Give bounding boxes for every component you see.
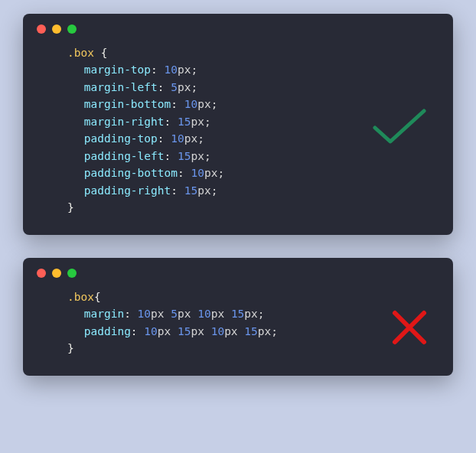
code-line-declaration: padding-top: 10px;: [67, 130, 422, 147]
css-unit: px: [204, 167, 217, 179]
css-number: 15: [184, 184, 197, 197]
css-property: padding-bottom: [84, 167, 178, 179]
css-unit: px: [158, 325, 171, 337]
open-brace: {: [94, 291, 101, 303]
code-line-declaration: margin-top: 10px;: [67, 61, 422, 78]
css-number: 15: [244, 325, 257, 337]
css-unit: px: [197, 184, 210, 197]
window-dot-close: [37, 24, 46, 34]
css-number: 15: [178, 150, 191, 162]
code-line-declaration: margin: 10px 5px 10px 15px;: [67, 305, 422, 322]
css-selector: .box: [67, 291, 94, 303]
window-dot-close: [37, 269, 46, 278]
css-unit: px: [191, 150, 204, 162]
css-property: padding: [84, 325, 131, 337]
css-unit: px: [197, 98, 210, 110]
window-dot-maximize: [67, 269, 77, 278]
close-brace: }: [67, 201, 74, 213]
code-body: .box{margin: 10px 5px 10px 15px;padding:…: [23, 282, 453, 362]
css-property: padding-right: [84, 184, 171, 197]
css-selector: .box: [67, 47, 94, 59]
cross-icon: [390, 308, 429, 347]
css-property: margin-right: [84, 116, 165, 128]
css-number: 10: [184, 98, 197, 110]
code-body: .box {margin-top: 10px;margin-left: 5px;…: [23, 38, 453, 221]
open-brace: {: [101, 47, 108, 59]
css-unit: px: [184, 132, 197, 145]
window-titlebar: [23, 14, 453, 38]
css-unit: px: [191, 325, 204, 337]
window-titlebar: [23, 258, 453, 282]
css-unit: px: [151, 308, 164, 320]
code-line-declaration: padding-left: 15px;: [67, 148, 422, 165]
code-line-close: }: [67, 199, 422, 216]
css-number: 10: [144, 325, 157, 337]
css-property: margin-bottom: [84, 98, 171, 110]
css-number: 10: [171, 132, 184, 145]
css-property: margin: [84, 308, 124, 320]
code-line-selector: .box{: [67, 288, 422, 305]
code-line-declaration: margin-left: 5px;: [67, 79, 422, 96]
css-property: padding-top: [84, 132, 158, 145]
css-property: padding-left: [84, 150, 165, 162]
css-number: 15: [178, 325, 191, 337]
css-number: 15: [231, 308, 244, 320]
css-unit: px: [178, 308, 191, 320]
css-number: 10: [138, 308, 151, 320]
css-number: 10: [165, 64, 178, 76]
css-number: 10: [211, 325, 224, 337]
css-number: 15: [178, 116, 191, 128]
css-property: margin-top: [84, 64, 151, 76]
window-dot-minimize: [52, 24, 61, 34]
window-dot-minimize: [52, 269, 61, 278]
checkmark-icon: [370, 105, 429, 148]
css-unit: px: [258, 325, 271, 337]
css-unit: px: [178, 81, 191, 93]
css-unit: px: [244, 308, 257, 320]
code-line-declaration: margin-right: 15px;: [67, 113, 422, 130]
code-line-declaration: padding-bottom: 10px;: [67, 165, 422, 181]
css-number: 5: [171, 81, 178, 93]
code-window-0: .box {margin-top: 10px;margin-left: 5px;…: [23, 14, 453, 235]
css-number: 10: [197, 308, 210, 320]
css-unit: px: [191, 116, 204, 128]
css-number: 5: [171, 308, 178, 320]
code-line-declaration: margin-bottom: 10px;: [67, 96, 422, 112]
code-line-declaration: padding-right: 15px;: [67, 182, 422, 199]
css-property: margin-left: [84, 81, 158, 93]
close-brace: }: [67, 342, 74, 354]
css-unit: px: [211, 308, 224, 320]
code-window-1: .box{margin: 10px 5px 10px 15px;padding:…: [23, 258, 453, 376]
code-line-declaration: padding: 10px 15px 10px 15px;: [67, 323, 422, 340]
code-line-selector: .box {: [67, 44, 422, 61]
code-line-close: }: [67, 340, 422, 357]
css-unit: px: [178, 64, 191, 76]
css-unit: px: [224, 325, 237, 337]
window-dot-maximize: [67, 24, 77, 34]
css-number: 10: [191, 167, 204, 179]
